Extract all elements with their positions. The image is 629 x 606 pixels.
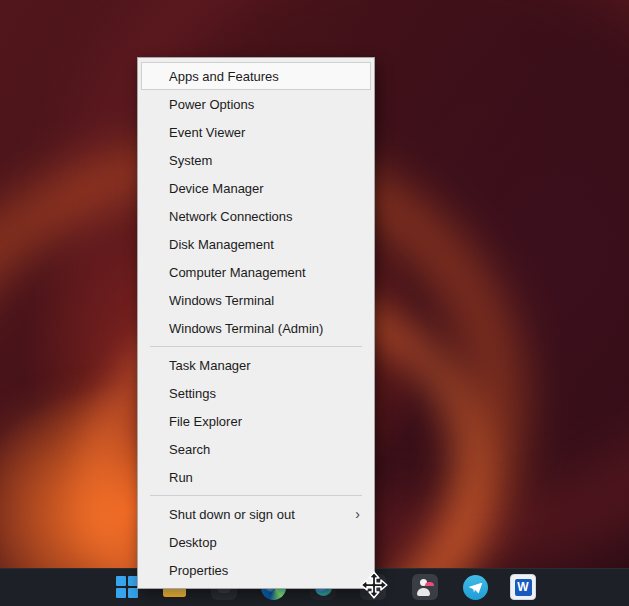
menu-item-label: Power Options (169, 97, 361, 112)
menu-item-file-explorer[interactable]: File Explorer (141, 407, 371, 435)
menu-item-label: Network Connections (169, 209, 361, 224)
menu-item-label: Run (169, 470, 361, 485)
menu-item-search[interactable]: Search (141, 435, 371, 463)
menu-item-device-manager[interactable]: Device Manager (141, 174, 371, 202)
menu-separator (150, 495, 362, 496)
menu-item-label: Search (169, 442, 361, 457)
menu-item-label: File Explorer (169, 414, 361, 429)
menu-item-properties[interactable]: Properties (141, 556, 371, 584)
menu-item-label: Apps and Features (169, 69, 361, 84)
menu-item-windows-terminal[interactable]: Windows Terminal (141, 286, 371, 314)
menu-item-windows-terminal-admin[interactable]: Windows Terminal (Admin) (141, 314, 371, 342)
menu-item-label: Windows Terminal (Admin) (169, 321, 361, 336)
menu-item-disk-management[interactable]: Disk Management (141, 230, 371, 258)
menu-item-network-connections[interactable]: Network Connections (141, 202, 371, 230)
menu-item-run[interactable]: Run (141, 463, 371, 491)
menu-item-apps-and-features[interactable]: Apps and Features (141, 62, 371, 90)
menu-item-label: Settings (169, 386, 361, 401)
menu-item-label: System (169, 153, 361, 168)
telegram-icon (463, 575, 488, 600)
menu-item-shut-down-or-sign-out[interactable]: Shut down or sign out› (141, 500, 371, 528)
menu-item-computer-management[interactable]: Computer Management (141, 258, 371, 286)
menu-item-label: Device Manager (169, 181, 361, 196)
menu-separator (150, 346, 362, 347)
menu-item-settings[interactable]: Settings (141, 379, 371, 407)
menu-item-label: Task Manager (169, 358, 361, 373)
menu-item-label: Disk Management (169, 237, 361, 252)
word-button[interactable]: W (510, 574, 536, 600)
telegram-button[interactable] (462, 574, 488, 600)
menu-item-label: Computer Management (169, 265, 361, 280)
menu-item-desktop[interactable]: Desktop (141, 528, 371, 556)
menu-item-power-options[interactable]: Power Options (141, 90, 371, 118)
submenu-arrow-icon: › (355, 507, 360, 521)
menu-item-label: Event Viewer (169, 125, 361, 140)
menu-item-system[interactable]: System (141, 146, 371, 174)
pink-app-button[interactable] (412, 574, 438, 600)
menu-item-label: Desktop (169, 535, 361, 550)
menu-item-label: Windows Terminal (169, 293, 361, 308)
word-icon: W (515, 579, 532, 596)
menu-item-event-viewer[interactable]: Event Viewer (141, 118, 371, 146)
windows-logo-icon (116, 576, 138, 598)
menu-item-label: Properties (169, 563, 361, 578)
menu-item-task-manager[interactable]: Task Manager (141, 351, 371, 379)
menu-item-label: Shut down or sign out (169, 507, 355, 522)
desktop: Apps and FeaturesPower OptionsEvent View… (0, 0, 629, 606)
winx-menu: Apps and FeaturesPower OptionsEvent View… (137, 57, 375, 589)
